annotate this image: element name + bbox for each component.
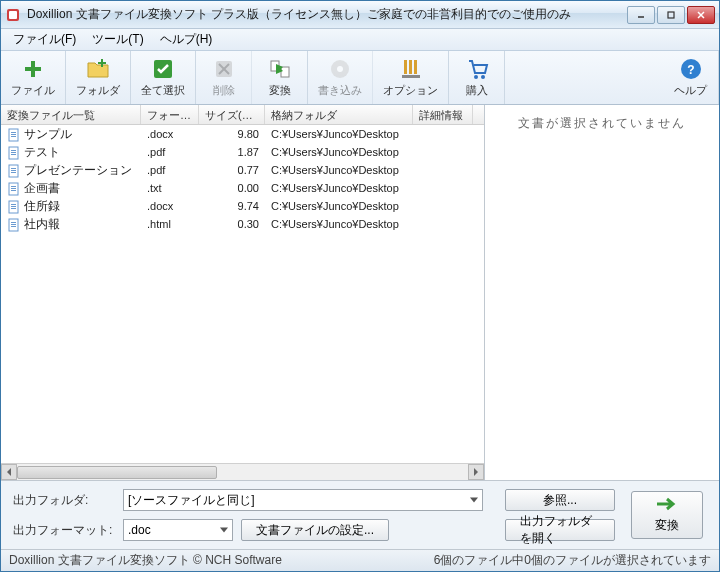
bottom-left: 出力フォルダ: [ソースファイルと同じ] 出力フォーマット: .doc 文書ファ… (13, 489, 493, 541)
file-name: テスト (24, 145, 60, 159)
col-header-format[interactable]: フォーマ... (141, 105, 199, 124)
convert-arrow-icon (655, 496, 679, 515)
horizontal-scrollbar[interactable] (1, 463, 484, 480)
svg-rect-40 (11, 188, 16, 189)
file-info (413, 205, 473, 207)
list-row[interactable]: 住所録.docx9.74C:¥Users¥Junco¥Desktop (1, 197, 484, 215)
file-name: プレゼンテーション (24, 163, 132, 177)
list-row[interactable]: 企画書.txt0.00C:¥Users¥Junco¥Desktop (1, 179, 484, 197)
col-header-info[interactable]: 詳細情報 (413, 105, 473, 124)
svg-point-23 (481, 75, 485, 79)
menu-tool[interactable]: ツール(T) (84, 29, 151, 50)
output-format-label: 出力フォーマット: (13, 522, 113, 539)
output-format-combo[interactable]: .doc (123, 519, 233, 541)
svg-rect-47 (11, 222, 16, 223)
list-row[interactable]: テスト.pdf1.87C:¥Users¥Junco¥Desktop (1, 143, 484, 161)
file-folder: C:¥Users¥Junco¥Desktop (265, 145, 413, 159)
minimize-button[interactable] (627, 6, 655, 24)
file-size: 1.87 (199, 145, 265, 159)
file-size: 0.00 (199, 181, 265, 195)
file-list-panel: 変換ファイル一覧 フォーマ... サイズ(KB) 格納フォルダ 詳細情報 サンプ… (1, 105, 485, 480)
menu-help[interactable]: ヘルプ(H) (152, 29, 221, 50)
file-info (413, 133, 473, 135)
options-icon (399, 57, 423, 81)
menubar: ファイル(F) ツール(T) ヘルプ(H) (1, 29, 719, 51)
bottom-right: 参照... 出力フォルダを開く (505, 489, 615, 541)
plus-icon (21, 57, 45, 81)
menu-file[interactable]: ファイル(F) (5, 29, 84, 50)
svg-rect-1 (9, 11, 17, 19)
svg-rect-49 (11, 226, 16, 227)
file-name: 住所録 (24, 199, 60, 213)
main-area: 変換ファイル一覧 フォーマ... サイズ(KB) 格納フォルダ 詳細情報 サンプ… (1, 105, 719, 480)
svg-rect-37 (11, 172, 16, 173)
file-size: 0.30 (199, 217, 265, 231)
output-folder-combo[interactable]: [ソースファイルと同じ] (123, 489, 483, 511)
document-icon (7, 146, 21, 160)
bottom-panel: 出力フォルダ: [ソースファイルと同じ] 出力フォーマット: .doc 文書ファ… (1, 480, 719, 549)
file-format: .docx (141, 199, 199, 213)
list-row[interactable]: 社内報.html0.30C:¥Users¥Junco¥Desktop (1, 215, 484, 233)
toolbar-select-all[interactable]: 全て選択 (131, 51, 196, 104)
list-body[interactable]: サンプル.docx9.80C:¥Users¥Junco¥Desktopテスト.p… (1, 125, 484, 463)
svg-rect-36 (11, 170, 16, 171)
file-size: 0.77 (199, 163, 265, 177)
file-size: 9.80 (199, 127, 265, 141)
window-controls (627, 6, 715, 24)
file-name: 社内報 (24, 217, 60, 231)
list-row[interactable]: プレゼンテーション.pdf0.77C:¥Users¥Junco¥Desktop (1, 161, 484, 179)
file-name: 企画書 (24, 181, 60, 195)
svg-rect-19 (409, 60, 412, 74)
scroll-right-button[interactable] (468, 464, 484, 480)
toolbar-spacer (505, 51, 663, 104)
scroll-left-button[interactable] (1, 464, 17, 480)
file-format: .docx (141, 127, 199, 141)
file-name: サンプル (24, 127, 72, 141)
col-header-name[interactable]: 変換ファイル一覧 (1, 105, 141, 124)
list-header: 変換ファイル一覧 フォーマ... サイズ(KB) 格納フォルダ 詳細情報 (1, 105, 484, 125)
svg-rect-28 (11, 134, 16, 135)
document-icon (7, 218, 21, 232)
col-header-folder[interactable]: 格納フォルダ (265, 105, 413, 124)
toolbar-options[interactable]: オプション (373, 51, 449, 104)
convert-button[interactable]: 変換 (631, 491, 703, 539)
bottom-convert-area: 変換 (627, 489, 707, 541)
toolbar-add-file[interactable]: ファイル (1, 51, 66, 104)
format-settings-button[interactable]: 文書ファイルの設定... (241, 519, 389, 541)
toolbar-delete[interactable]: 削除 (196, 51, 252, 104)
scroll-thumb[interactable] (17, 466, 217, 479)
svg-rect-32 (11, 152, 16, 153)
toolbar-buy[interactable]: 購入 (449, 51, 505, 104)
file-info (413, 169, 473, 171)
file-info (413, 151, 473, 153)
svg-rect-18 (404, 60, 407, 74)
status-left: Doxillion 文書ファイル変換ソフト © NCH Software (9, 552, 434, 569)
document-icon (7, 128, 21, 142)
help-icon: ? (679, 57, 703, 81)
browse-button[interactable]: 参照... (505, 489, 615, 511)
folder-plus-icon (86, 57, 110, 81)
convert-icon (268, 57, 292, 81)
svg-rect-41 (11, 190, 16, 191)
preview-empty-text: 文書が選択されていません (518, 116, 686, 130)
svg-rect-29 (11, 136, 16, 137)
toolbar-add-folder[interactable]: フォルダ (66, 51, 131, 104)
svg-rect-31 (11, 150, 16, 151)
close-button[interactable] (687, 6, 715, 24)
toolbar-write[interactable]: 書き込み (308, 51, 373, 104)
file-folder: C:¥Users¥Junco¥Desktop (265, 217, 413, 231)
toolbar-convert[interactable]: 変換 (252, 51, 308, 104)
file-folder: C:¥Users¥Junco¥Desktop (265, 127, 413, 141)
maximize-button[interactable] (657, 6, 685, 24)
toolbar-help[interactable]: ? ヘルプ (663, 51, 719, 104)
svg-rect-27 (11, 132, 16, 133)
svg-rect-9 (98, 62, 106, 64)
svg-rect-20 (414, 60, 417, 74)
svg-rect-39 (11, 186, 16, 187)
col-header-size[interactable]: サイズ(KB) (199, 105, 265, 124)
list-row[interactable]: サンプル.docx9.80C:¥Users¥Junco¥Desktop (1, 125, 484, 143)
select-all-icon (151, 57, 175, 81)
svg-rect-3 (668, 12, 674, 18)
open-output-folder-button[interactable]: 出力フォルダを開く (505, 519, 615, 541)
titlebar: Doxillion 文書ファイル変換ソフト プラス版（ライセンス無し）ご家庭での… (1, 1, 719, 29)
